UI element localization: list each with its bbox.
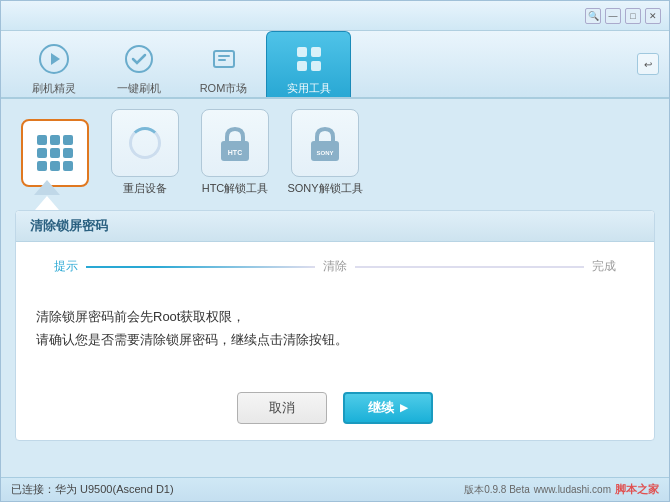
tools-row: 重启设备 HTC HTC解锁工具 bbox=[15, 109, 655, 196]
tab-one-click-label: 一键刷机 bbox=[117, 81, 161, 96]
tool-rebuild-device[interactable]: 重启设备 bbox=[105, 109, 185, 196]
rebuild-icon-box bbox=[111, 109, 179, 177]
minimize-button[interactable]: — bbox=[605, 8, 621, 24]
rom-market-icon bbox=[206, 41, 242, 77]
step-sep-1 bbox=[86, 266, 315, 268]
tab-rom-market[interactable]: ROM市场 bbox=[181, 31, 266, 97]
continue-label: 继续 bbox=[368, 399, 394, 417]
tab-one-click[interactable]: 一键刷机 bbox=[96, 31, 181, 97]
utils-icon bbox=[291, 41, 327, 77]
sony-lock-icon: SONY bbox=[307, 123, 343, 163]
maximize-button[interactable]: □ bbox=[625, 8, 641, 24]
tools-section: 重启设备 HTC HTC解锁工具 bbox=[1, 99, 669, 196]
htc-label: HTC解锁工具 bbox=[202, 181, 269, 196]
step-label-clear: 清除 bbox=[315, 258, 355, 275]
svg-text:HTC: HTC bbox=[228, 149, 242, 156]
grid-icon bbox=[37, 135, 73, 171]
toolbar-right: ↩ bbox=[637, 31, 659, 97]
tab-phone-wizard[interactable]: 刷机精灵 bbox=[11, 31, 96, 97]
svg-point-2 bbox=[126, 46, 152, 72]
step-label-hint: 提示 bbox=[46, 258, 86, 275]
htc-lock-icon: HTC bbox=[217, 123, 253, 163]
spinner-icon bbox=[129, 127, 161, 159]
sony-icon-box: SONY bbox=[291, 109, 359, 177]
continue-button[interactable]: 继续 ▶ bbox=[343, 392, 433, 424]
dialog-section: 清除锁屏密码 提示 清除 完成 清除锁屏密码前会先Root获取权限， 请确认您是… bbox=[15, 210, 655, 441]
dialog-wrapper: 清除锁屏密码 提示 清除 完成 清除锁屏密码前会先Root获取权限， 请确认您是… bbox=[1, 210, 669, 501]
dialog-title: 清除锁屏密码 bbox=[16, 211, 654, 242]
steps-container: 提示 清除 完成 bbox=[36, 258, 634, 275]
phone-wizard-icon bbox=[36, 41, 72, 77]
title-bar: 🔍 — □ ✕ bbox=[1, 1, 669, 31]
tool-sony-unlock[interactable]: SONY SONY解锁工具 bbox=[285, 109, 365, 196]
clear-lock-icon-box bbox=[21, 119, 89, 187]
svg-rect-4 bbox=[218, 55, 230, 57]
one-click-icon bbox=[121, 41, 157, 77]
status-right: 版本0.9.8 Beta www.ludashi.com 脚本之家 bbox=[464, 482, 659, 497]
svg-rect-6 bbox=[297, 47, 307, 57]
connected-status: 已连接：华为 U9500(Ascend D1) bbox=[11, 482, 174, 497]
tab-utils-label: 实用工具 bbox=[287, 81, 331, 96]
svg-text:SONY: SONY bbox=[316, 150, 333, 156]
back-button[interactable]: ↩ bbox=[637, 53, 659, 75]
title-bar-controls: 🔍 — □ ✕ bbox=[585, 8, 661, 24]
search-icon-titlebar[interactable]: 🔍 bbox=[585, 8, 601, 24]
tool-clear-lock[interactable] bbox=[15, 119, 95, 187]
pointer-row bbox=[1, 196, 669, 210]
buttons-row: 取消 继续 ▶ bbox=[36, 392, 634, 424]
sony-label: SONY解锁工具 bbox=[287, 181, 362, 196]
step-sep-2 bbox=[355, 266, 584, 268]
svg-rect-5 bbox=[218, 59, 226, 61]
svg-rect-9 bbox=[311, 61, 321, 71]
close-button[interactable]: ✕ bbox=[645, 8, 661, 24]
svg-rect-8 bbox=[297, 61, 307, 71]
info-line1: 清除锁屏密码前会先Root获取权限， bbox=[36, 305, 634, 328]
toolbar: 刷机精灵 一键刷机 ROM市场 bbox=[1, 31, 669, 99]
dialog-body: 提示 清除 完成 清除锁屏密码前会先Root获取权限， 请确认您是否需要清除锁屏… bbox=[16, 242, 654, 440]
info-text: 清除锁屏密码前会先Root获取权限， 请确认您是否需要清除锁屏密码，继续点击清除… bbox=[36, 295, 634, 382]
svg-marker-1 bbox=[51, 53, 60, 65]
svg-rect-7 bbox=[311, 47, 321, 57]
tool-htc-unlock[interactable]: HTC HTC解锁工具 bbox=[195, 109, 275, 196]
status-bar: 已连接：华为 U9500(Ascend D1) 版本0.9.8 Beta www… bbox=[1, 477, 669, 501]
app-window: 🔍 — □ ✕ 刷机精灵 一键刷机 bbox=[0, 0, 670, 502]
website-text: www.ludashi.com bbox=[534, 484, 611, 495]
continue-arrow-icon: ▶ bbox=[400, 402, 408, 413]
cancel-button[interactable]: 取消 bbox=[237, 392, 327, 424]
rebuild-label: 重启设备 bbox=[123, 181, 167, 196]
tab-phone-wizard-label: 刷机精灵 bbox=[32, 81, 76, 96]
tab-rom-market-label: ROM市场 bbox=[200, 81, 248, 96]
info-line2: 请确认您是否需要清除锁屏密码，继续点击清除按钮。 bbox=[36, 328, 634, 351]
triangle-pointer bbox=[35, 196, 59, 210]
brand-logo: 脚本之家 bbox=[615, 482, 659, 497]
htc-icon-box: HTC bbox=[201, 109, 269, 177]
tab-utils[interactable]: 实用工具 bbox=[266, 31, 351, 97]
version-text: 版本0.9.8 Beta bbox=[464, 483, 530, 497]
step-label-done: 完成 bbox=[584, 258, 624, 275]
